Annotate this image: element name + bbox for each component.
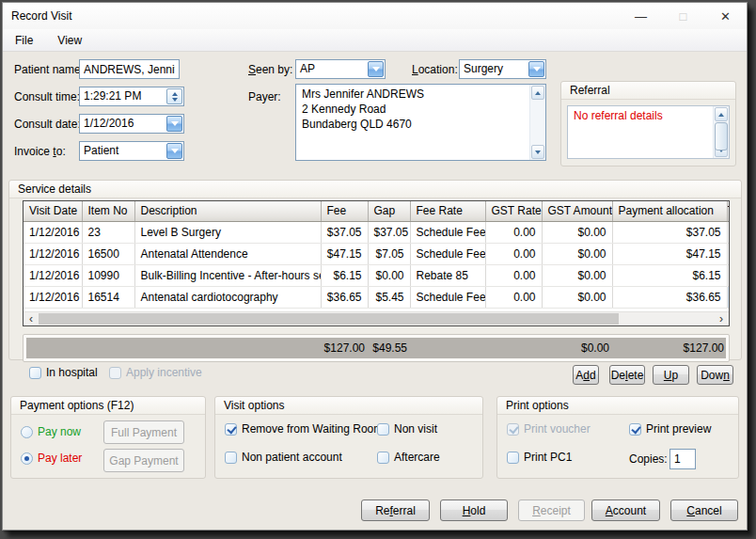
cell[interactable]: $0.00 bbox=[542, 286, 612, 308]
scrollbar-thumb[interactable] bbox=[39, 313, 619, 325]
menu-view[interactable]: View bbox=[45, 29, 94, 51]
col-gst-rate[interactable]: GST Rate bbox=[485, 201, 542, 221]
cell[interactable]: 1/12/2016 bbox=[24, 243, 82, 264]
cell[interactable]: $36.65 bbox=[612, 286, 727, 308]
scrollbar-thumb[interactable] bbox=[715, 122, 728, 151]
time-spinner-icon[interactable] bbox=[166, 88, 182, 104]
col-clipped[interactable]: T bbox=[727, 201, 729, 221]
cell[interactable]: $0.00 bbox=[542, 243, 612, 264]
cell[interactable]: 10990 bbox=[82, 264, 134, 286]
cell[interactable]: 1/12/2016 bbox=[24, 221, 82, 243]
scroll-up-icon[interactable] bbox=[531, 86, 544, 100]
col-fee-rate[interactable]: Fee Rate bbox=[410, 201, 485, 221]
chevron-down-icon[interactable] bbox=[166, 143, 182, 159]
cell[interactable]: 0.00 bbox=[485, 243, 542, 264]
cell[interactable]: $36.65 bbox=[321, 286, 368, 308]
cell[interactable]: 23 bbox=[82, 221, 134, 243]
invoice-to-combo[interactable]: Patient bbox=[79, 141, 184, 161]
table-row[interactable]: 1/12/2016 10990 Bulk-Billing Incentive -… bbox=[24, 264, 729, 286]
cell[interactable]: 16500 bbox=[82, 243, 134, 264]
cell[interactable]: $0.00 bbox=[368, 264, 410, 286]
consult-time-spinner[interactable]: 1:29:21 PM bbox=[79, 87, 184, 106]
seen-by-combo[interactable]: AP bbox=[295, 59, 386, 79]
payer-scrollbar[interactable] bbox=[529, 85, 545, 160]
cell[interactable]: 1/12/2016 bbox=[24, 286, 82, 308]
close-icon[interactable]: ✕ bbox=[704, 3, 747, 29]
cell[interactable]: 0.00 bbox=[485, 286, 542, 308]
title-bar[interactable]: Record Visit — □ ✕ bbox=[3, 3, 747, 29]
cell[interactable]: $37.05 bbox=[368, 221, 410, 243]
col-gap[interactable]: Gap bbox=[368, 201, 410, 221]
cell[interactable]: $6.15 bbox=[321, 264, 368, 286]
scrollbar-track[interactable] bbox=[39, 312, 714, 325]
payer-textarea[interactable]: Mrs Jennifer ANDREWS 2 Kennedy Road Bund… bbox=[295, 84, 546, 161]
patient-name-input[interactable] bbox=[79, 59, 180, 79]
location-combo[interactable]: Surgery bbox=[459, 59, 546, 79]
cell[interactable]: $5.45 bbox=[368, 286, 410, 308]
col-description[interactable]: Description bbox=[134, 201, 321, 221]
non-visit-checkbox[interactable]: Non visit bbox=[377, 422, 437, 436]
scroll-down-icon[interactable] bbox=[531, 145, 544, 159]
consult-date-combo[interactable]: 1/12/2016 bbox=[79, 114, 184, 134]
cell[interactable]: Antenatal cardiotocography bbox=[134, 286, 321, 308]
cell[interactable]: $47.15 bbox=[321, 243, 368, 264]
col-fee[interactable]: Fee bbox=[321, 201, 368, 221]
minimize-icon[interactable]: — bbox=[620, 3, 662, 29]
cell[interactable]: Schedule Fee bbox=[410, 286, 485, 308]
print-pc1-checkbox[interactable]: Print PC1 bbox=[507, 451, 572, 464]
add-button[interactable]: Add bbox=[573, 365, 599, 385]
cell[interactable] bbox=[727, 221, 729, 243]
aftercare-checkbox[interactable]: Aftercare bbox=[377, 451, 440, 464]
down-button[interactable]: Down bbox=[697, 365, 733, 385]
col-gst-amount[interactable]: GST Amount bbox=[542, 201, 612, 221]
in-hospital-checkbox[interactable]: In hospital bbox=[29, 366, 98, 379]
referral-scrollbar[interactable] bbox=[713, 106, 729, 158]
print-preview-checkbox[interactable]: Print preview bbox=[629, 422, 711, 436]
cell[interactable]: $0.00 bbox=[542, 264, 612, 286]
chevron-down-icon[interactable] bbox=[368, 61, 384, 77]
cancel-button[interactable]: Cancel bbox=[670, 499, 738, 521]
remove-from-waiting-room-checkbox[interactable]: Remove from Waiting Room bbox=[225, 422, 383, 436]
delete-button[interactable]: Delete bbox=[609, 365, 645, 385]
cell[interactable]: Level B Surgery bbox=[134, 221, 321, 243]
horizontal-scrollbar[interactable]: ‹ › bbox=[24, 311, 729, 325]
pay-later-radio[interactable]: Pay later bbox=[21, 452, 82, 465]
cell[interactable]: Schedule Fee bbox=[410, 243, 485, 264]
cell[interactable]: 1/12/2016 bbox=[24, 264, 82, 286]
cell[interactable] bbox=[727, 286, 729, 308]
chevron-down-icon[interactable] bbox=[166, 116, 182, 132]
cell[interactable]: Antenatal Attendence bbox=[134, 243, 321, 264]
col-payment-allocation[interactable]: Payment allocation bbox=[612, 201, 727, 221]
copies-input[interactable] bbox=[669, 449, 696, 469]
cell[interactable]: Bulk-Billing Incentive - After-hours se… bbox=[134, 264, 321, 286]
non-patient-account-checkbox[interactable]: Non patient account bbox=[225, 451, 342, 464]
menu-file[interactable]: File bbox=[3, 29, 45, 51]
scroll-left-icon[interactable]: ‹ bbox=[24, 312, 39, 325]
cell[interactable]: $0.00 bbox=[542, 221, 612, 243]
col-item-no[interactable]: Item No bbox=[82, 201, 134, 221]
referral-button[interactable]: Referral bbox=[361, 499, 430, 521]
cell[interactable]: Schedule Fee bbox=[410, 221, 485, 243]
account-button[interactable]: Account bbox=[591, 499, 660, 521]
cell[interactable]: $47.15 bbox=[612, 243, 727, 264]
cell[interactable] bbox=[727, 264, 729, 286]
table-row[interactable]: 1/12/2016 23 Level B Surgery $37.05 $37.… bbox=[24, 221, 729, 243]
scroll-right-icon[interactable]: › bbox=[714, 312, 729, 325]
cell[interactable]: Rebate 85 bbox=[410, 264, 485, 286]
referral-details-box[interactable]: No referral details bbox=[567, 105, 730, 159]
col-visit-date[interactable]: Visit Date bbox=[24, 201, 82, 221]
scroll-up-icon[interactable] bbox=[715, 107, 728, 121]
cell[interactable] bbox=[727, 243, 729, 264]
cell[interactable]: 0.00 bbox=[485, 221, 542, 243]
cell[interactable]: $37.05 bbox=[321, 221, 368, 243]
cell[interactable]: 0.00 bbox=[485, 264, 542, 286]
cell[interactable]: $6.15 bbox=[612, 264, 727, 286]
chevron-down-icon[interactable] bbox=[528, 61, 544, 77]
pay-now-radio[interactable]: Pay now bbox=[21, 425, 81, 438]
up-button[interactable]: Up bbox=[653, 365, 689, 385]
cell[interactable]: $37.05 bbox=[612, 221, 727, 243]
cell[interactable]: $7.05 bbox=[368, 243, 410, 264]
table-row[interactable]: 1/12/2016 16514 Antenatal cardiotocograp… bbox=[24, 286, 729, 308]
cell[interactable]: 16514 bbox=[82, 286, 134, 308]
hold-button[interactable]: Hold bbox=[440, 499, 508, 521]
